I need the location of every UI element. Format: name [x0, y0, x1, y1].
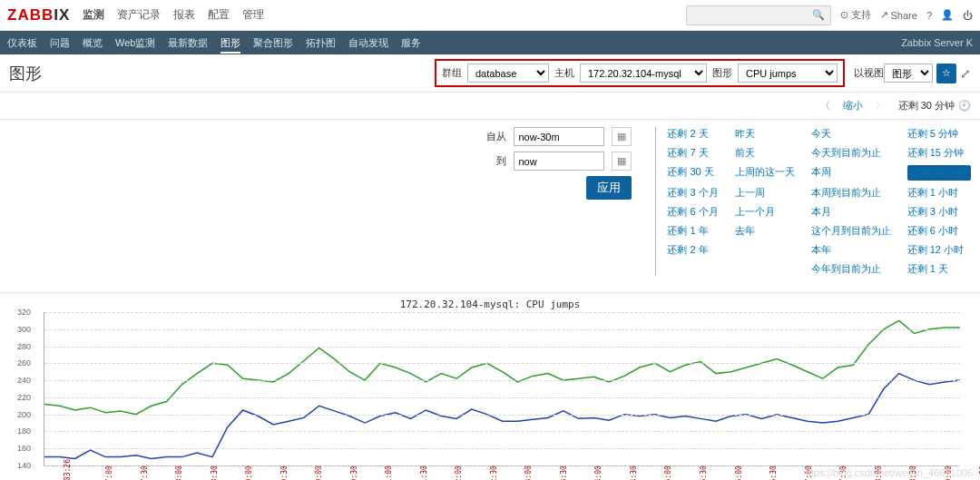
- subnav-item[interactable]: 图形: [220, 37, 240, 54]
- range-link[interactable]: 上周的这一天: [735, 165, 795, 181]
- view-select[interactable]: 图形: [884, 64, 933, 83]
- favorite-button[interactable]: ☆: [936, 64, 956, 83]
- apply-button[interactable]: 应用: [586, 176, 632, 200]
- host-label: 主机: [554, 66, 574, 80]
- topnav-item[interactable]: 资产记录: [117, 8, 161, 21]
- range-link[interactable]: 本月: [811, 205, 891, 219]
- range-link[interactable]: 本周: [811, 165, 891, 181]
- logo: ZABBIX: [7, 6, 70, 24]
- subnav-item[interactable]: 拓扑图: [306, 37, 336, 48]
- from-input[interactable]: [514, 127, 604, 146]
- range-link[interactable]: 还剩 5 分钟: [907, 127, 971, 141]
- page-title: 图形: [9, 63, 42, 84]
- range-link[interactable]: 去年: [735, 224, 795, 238]
- topnav-item[interactable]: 监测: [83, 8, 104, 21]
- range-link[interactable]: 上一周: [735, 186, 795, 200]
- clock-icon[interactable]: 🕘: [958, 100, 971, 112]
- range-link[interactable]: 还剩 3 个月: [667, 186, 718, 200]
- subnav-item[interactable]: 聚合图形: [253, 37, 293, 48]
- range-link[interactable]: 还剩 7 天: [667, 146, 718, 160]
- range-link[interactable]: 还剩 6 个月: [667, 205, 718, 219]
- range-link[interactable]: 本年: [811, 243, 891, 257]
- next-icon[interactable]: 〉: [876, 99, 886, 113]
- graph-select[interactable]: CPU jumps: [738, 64, 838, 83]
- view-label: 以视图: [854, 66, 884, 80]
- primary-nav: 监测资产记录报表配置管理: [83, 7, 277, 23]
- watermark: https://blog.csdn.net/weixin_46651006: [803, 467, 973, 478]
- support-link[interactable]: ⊙ 支持: [840, 8, 871, 22]
- host-select[interactable]: 172.20.32.104-mysql: [580, 64, 707, 83]
- range-link[interactable]: 还剩 12 小时: [907, 243, 971, 257]
- range-link[interactable]: 还剩 1 小时: [907, 186, 971, 200]
- calendar-icon[interactable]: ▦: [612, 152, 632, 171]
- filter-highlight: 群组 database 主机 172.20.32.104-mysql 图形 CP…: [435, 59, 845, 87]
- to-label: 到: [496, 154, 506, 168]
- zoom-out-link[interactable]: 缩小: [843, 99, 863, 113]
- range-link[interactable]: 今天到目前为止: [811, 146, 891, 160]
- prev-icon[interactable]: 〈: [820, 99, 830, 113]
- range-link[interactable]: 还剩 2 天: [667, 127, 718, 141]
- graph-label: 图形: [712, 66, 732, 80]
- topnav-item[interactable]: 报表: [173, 8, 195, 21]
- to-input[interactable]: [514, 152, 604, 171]
- range-link[interactable]: 还剩 2 年: [667, 243, 718, 257]
- range-link[interactable]: 还剩 1 年: [667, 224, 718, 238]
- subnav-item[interactable]: 仪表板: [7, 37, 37, 48]
- help-icon[interactable]: ?: [926, 10, 932, 21]
- subnav-item[interactable]: Web监测: [115, 37, 155, 48]
- calendar-icon[interactable]: ▦: [612, 127, 632, 146]
- range-link[interactable]: 今天: [811, 127, 891, 141]
- search-icon: 🔍: [812, 9, 825, 21]
- range-link[interactable]: 前天: [735, 146, 795, 160]
- range-link[interactable]: 还剩 1 天: [907, 262, 971, 276]
- user-icon[interactable]: 👤: [941, 9, 954, 21]
- subnav-item[interactable]: 自动发现: [348, 37, 388, 48]
- range-link[interactable]: 上一个月: [735, 205, 795, 219]
- chart-title: 172.20.32.104-mysql: CPU jumps: [9, 299, 971, 310]
- range-link[interactable]: 还剩 30 分钟: [907, 165, 971, 181]
- group-label: 群组: [442, 66, 462, 80]
- search-input[interactable]: 🔍: [686, 5, 831, 25]
- subnav-item[interactable]: 概览: [83, 37, 103, 48]
- range-link[interactable]: 本周到目前为止: [811, 186, 891, 200]
- group-select[interactable]: database: [467, 64, 549, 83]
- fullscreen-button[interactable]: ⤢: [960, 66, 971, 81]
- time-ranges: 还剩 2 天昨天今天还剩 5 分钟还剩 7 天前天今天到目前为止还剩 15 分钟…: [667, 127, 971, 276]
- topnav-item[interactable]: 配置: [208, 8, 230, 21]
- range-link[interactable]: 还剩 15 分钟: [907, 146, 971, 160]
- range-link[interactable]: 还剩 30 天: [667, 165, 718, 181]
- chart-area: 140160180200220240260280300320: [44, 312, 960, 466]
- topnav-item[interactable]: 管理: [242, 8, 264, 21]
- share-link[interactable]: ↗ Share: [880, 9, 917, 21]
- range-link[interactable]: 昨天: [735, 127, 795, 141]
- logout-icon[interactable]: ⏻: [963, 10, 973, 21]
- time-remaining[interactable]: 还剩 30 分钟: [898, 99, 955, 113]
- range-link[interactable]: 今年到目前为止: [811, 262, 891, 276]
- subnav-item[interactable]: 服务: [401, 37, 421, 48]
- range-link[interactable]: 还剩 6 小时: [907, 224, 971, 238]
- from-label: 自从: [486, 130, 506, 143]
- range-link[interactable]: 还剩 3 小时: [907, 205, 971, 219]
- secondary-nav: 仪表板问题概览Web监测最新数据图形聚合图形拓扑图自动发现服务 Zabbix S…: [0, 31, 980, 54]
- subnav-item[interactable]: 最新数据: [168, 37, 208, 48]
- server-name: Zabbix Server K: [901, 37, 973, 48]
- subnav-item[interactable]: 问题: [50, 37, 70, 48]
- range-link[interactable]: 这个月到目前为止: [811, 224, 891, 238]
